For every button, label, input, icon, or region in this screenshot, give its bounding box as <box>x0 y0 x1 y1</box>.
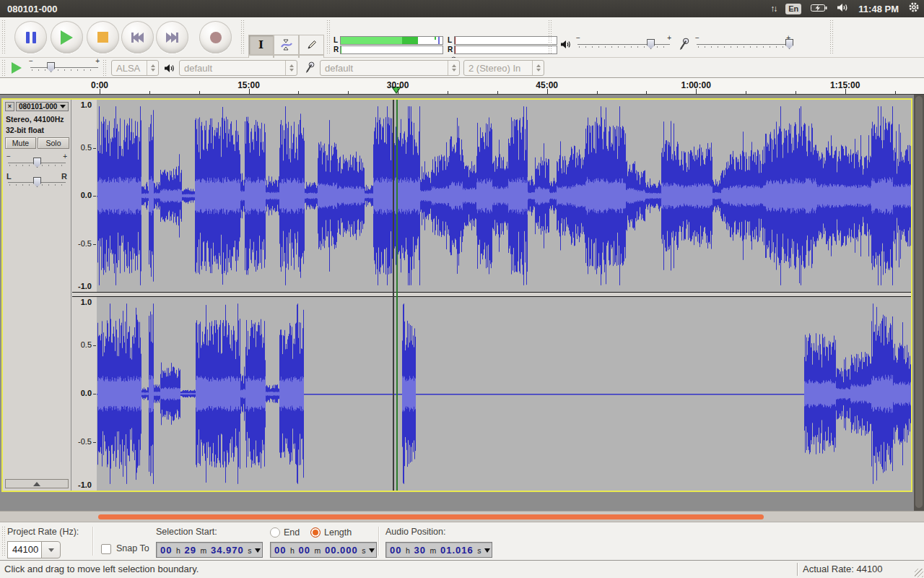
track-name-menu[interactable]: 080101-000 <box>16 102 69 111</box>
pause-icon <box>26 32 36 43</box>
selection-start-field[interactable]: 00 h 29 m 34.970 s <box>156 542 263 558</box>
play-speed-slider[interactable]: − + <box>30 62 98 74</box>
combo-spin-buttons[interactable] <box>448 61 459 75</box>
system-tray: ↑↓ En 11:48 PM <box>770 0 920 17</box>
playback-position-line <box>396 100 398 491</box>
stop-button[interactable] <box>87 21 119 53</box>
dropdown-arrow-icon <box>48 548 54 555</box>
track-bitdepth-info: 32-bit float <box>6 126 44 134</box>
transport-toolbar-grip[interactable] <box>2 20 6 55</box>
track-format-info: Stereo, 44100Hz <box>6 115 64 124</box>
play-button[interactable] <box>51 21 83 53</box>
project-rate-dropdown-button[interactable] <box>41 541 61 558</box>
envelope-tool-button[interactable] <box>274 35 299 55</box>
horizontal-scrollbar[interactable] <box>0 511 924 522</box>
vertical-ruler-right-channel[interactable]: 1.00.50.0-0.5-1.0 <box>72 297 96 491</box>
track-menu-arrow-icon <box>60 105 66 111</box>
meter-l-label: L <box>448 37 454 44</box>
audio-track: × 080101-000 Stereo, 44100Hz 32-bit floa… <box>1 98 912 492</box>
horizontal-scrollbar-thumb[interactable] <box>98 514 764 519</box>
skip-to-start-button[interactable] <box>121 21 154 53</box>
track-control-panel[interactable]: × 080101-000 Stereo, 44100Hz 32-bit floa… <box>3 100 71 491</box>
playback-meter-bar-left <box>340 36 443 45</box>
recording-channels-combo[interactable]: 2 (Stereo) In <box>463 60 544 76</box>
solo-button[interactable]: Solo <box>38 137 69 149</box>
meter-l-label: L <box>334 37 340 44</box>
selection-toolbar: Project Rate (Hz): 44100 Snap To Selecti… <box>0 522 924 560</box>
status-bar-separator <box>797 563 798 576</box>
length-radio[interactable] <box>310 527 321 538</box>
resize-grip[interactable] <box>915 569 923 577</box>
meter-r-label: R <box>448 46 454 53</box>
network-sync-icon[interactable]: ↑↓ <box>770 4 776 14</box>
volume-icon[interactable] <box>837 2 849 15</box>
combo-spin-buttons[interactable] <box>147 61 158 75</box>
end-radio[interactable] <box>270 527 280 538</box>
selection-boundary-line[interactable] <box>393 100 394 491</box>
waveform-column[interactable] <box>97 100 911 491</box>
transcription-toolbar-grip[interactable] <box>2 60 6 76</box>
vertical-scrollbar-thumb[interactable] <box>915 96 923 508</box>
length-radio-label: Length <box>324 527 352 538</box>
edit-toolbar-grip[interactable] <box>830 20 834 55</box>
audio-position-field[interactable]: 00 h 30 m 01.016 s <box>385 542 492 558</box>
recording-device-mic-icon <box>305 61 315 76</box>
actual-rate: Actual Rate: 44100 <box>803 564 883 574</box>
audio-position-label: Audio Position: <box>385 527 445 537</box>
field-dropdown-arrow-icon[interactable] <box>369 548 375 556</box>
pencil-icon <box>306 39 318 51</box>
gain-slider[interactable]: − + <box>8 158 66 169</box>
toolbar-row-2: − + ALSA default default 2 (Stereo) In <box>0 58 924 78</box>
input-volume-slider[interactable]: − + <box>697 39 789 51</box>
track-close-button[interactable]: × <box>5 102 14 111</box>
combo-spin-buttons[interactable] <box>285 61 297 75</box>
session-gear-icon[interactable] <box>908 1 920 16</box>
end-radio-label: End <box>284 527 300 538</box>
waveform-left-channel[interactable] <box>97 100 911 292</box>
keyboard-layout-indicator[interactable]: En <box>785 4 801 14</box>
skip-start-icon <box>131 33 144 43</box>
project-rate-value[interactable]: 44100 <box>7 541 42 558</box>
field-dropdown-arrow-icon[interactable] <box>484 548 490 556</box>
selection-tool-button[interactable]: I <box>248 35 274 55</box>
envelope-icon <box>281 39 292 51</box>
track-collapse-button[interactable] <box>5 479 69 488</box>
tracks-area[interactable]: × 080101-000 Stereo, 44100Hz 32-bit floa… <box>0 95 924 511</box>
stop-icon <box>97 32 108 43</box>
clock[interactable]: 11:48 PM <box>858 4 899 14</box>
snap-to-label: Snap To <box>116 543 149 553</box>
audio-host-combo[interactable]: ALSA <box>111 60 159 76</box>
playback-device-combo[interactable]: default <box>179 60 297 76</box>
selection-toolbar-grip[interactable] <box>2 527 6 556</box>
vertical-ruler-left-channel[interactable]: 1.00.50.0-0.5-1.0 <box>72 100 96 292</box>
timeline-ruler[interactable]: 0:0015:0030:0045:001:00:001:15:00 <box>0 78 924 95</box>
recording-device-combo[interactable]: default <box>320 60 460 76</box>
ibeam-icon: I <box>258 38 263 51</box>
project-rate-label: Project Rate (Hz): <box>7 527 79 537</box>
selection-toolbar-separator <box>92 527 93 556</box>
track-name: 080101-000 <box>19 103 57 111</box>
pan-slider[interactable]: L R <box>8 177 66 189</box>
skip-to-end-button[interactable] <box>156 21 188 53</box>
selection-length-field[interactable]: 00 h 00 m 00.000 s <box>270 542 377 558</box>
snap-to-checkbox[interactable] <box>101 544 111 554</box>
mixer-toolbar-grip[interactable] <box>549 20 552 55</box>
pause-button[interactable] <box>14 21 47 53</box>
combo-spin-buttons[interactable] <box>532 61 544 75</box>
tools-toolbar-grip[interactable] <box>241 20 245 55</box>
input-mic-icon <box>679 38 689 53</box>
status-bar: Click and drag to move left selection bo… <box>0 560 924 578</box>
draw-tool-button[interactable] <box>299 35 324 55</box>
meter-toolbar-grip[interactable] <box>327 20 331 55</box>
output-volume-slider[interactable]: − + <box>578 39 670 51</box>
record-button[interactable] <box>199 21 232 53</box>
waveform-right-channel[interactable] <box>97 297 911 491</box>
battery-icon[interactable] <box>811 2 827 15</box>
mute-button[interactable]: Mute <box>5 137 36 149</box>
play-at-speed-button[interactable] <box>12 62 22 74</box>
recording-meter-bar-right <box>454 46 557 54</box>
field-dropdown-arrow-icon[interactable] <box>255 548 261 556</box>
vertical-scrollbar[interactable] <box>914 95 924 511</box>
device-toolbar-grip[interactable] <box>103 60 107 76</box>
desktop-top-panel: 080101-000 ↑↓ En 11:48 PM <box>0 0 924 17</box>
